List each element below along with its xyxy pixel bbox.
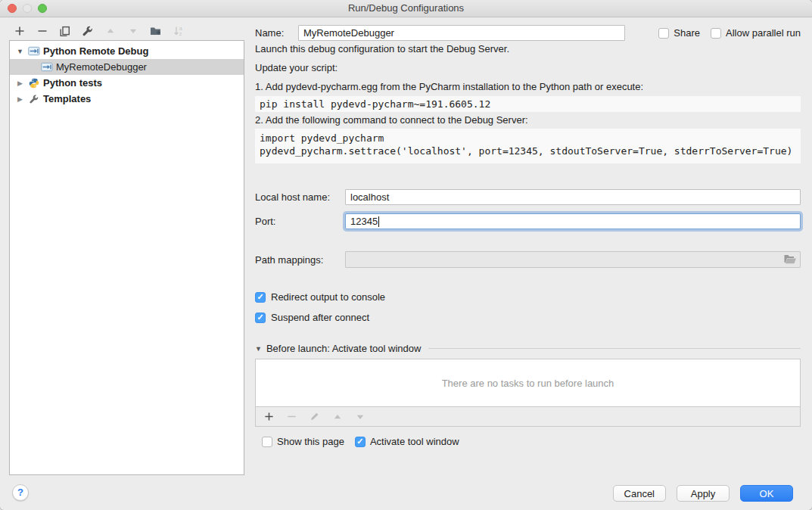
edit-task-button[interactable] — [308, 410, 321, 423]
arrow-up-icon — [106, 26, 115, 36]
chevron-down-icon[interactable]: ▼ — [16, 48, 24, 55]
show-this-page-checkbox-group[interactable]: Show this page — [262, 436, 344, 447]
dialog-buttons: Cancel Apply OK — [613, 485, 793, 502]
copy-configuration-button[interactable] — [58, 25, 71, 38]
allow-parallel-run-checkbox[interactable] — [711, 28, 721, 39]
chevron-right-icon[interactable]: ▶ — [16, 95, 24, 103]
description-line-2: Update your script: — [255, 62, 801, 74]
configurations-toolbar: az — [13, 23, 185, 39]
path-mappings-input[interactable] — [345, 251, 801, 268]
show-this-page-label: Show this page — [277, 436, 344, 447]
name-input[interactable] — [298, 25, 625, 41]
apply-button[interactable]: Apply — [677, 485, 730, 502]
tree-item-label: Templates — [43, 93, 91, 104]
settrace-code-block: import pydevd_pycharm pydevd_pycharm.set… — [255, 129, 801, 163]
step-1-text: 1. Add pydevd-pycharm.egg from the PyCha… — [255, 81, 801, 93]
code-line-2: pydevd_pycharm.settrace('localhost', por… — [260, 145, 792, 157]
svg-text:z: z — [179, 31, 182, 36]
top-checkboxes: Share Allow parallel run — [658, 27, 801, 39]
remote-debug-icon — [40, 61, 53, 73]
ok-button[interactable]: OK — [740, 485, 793, 502]
suspend-after-connect-label: Suspend after connect — [271, 312, 369, 323]
sort-az-icon: az — [173, 26, 184, 36]
port-value: 12345 — [350, 216, 378, 227]
minus-icon — [37, 26, 48, 36]
redirect-output-label: Redirect output to console — [271, 291, 385, 303]
before-launch-title: Before launch: Activate tool window — [266, 343, 422, 354]
tree-item-python-remote-debug[interactable]: ▼ Python Remote Debug — [10, 43, 244, 59]
path-mappings-label: Path mappings: — [255, 254, 345, 266]
tree-item-python-tests[interactable]: ▶ Python tests — [10, 75, 244, 91]
move-up-button[interactable] — [104, 25, 117, 38]
move-task-down-button[interactable] — [353, 410, 366, 423]
local-host-row: Local host name: — [255, 189, 801, 205]
code-line-1: import pydevd_pycharm — [260, 132, 384, 144]
plus-icon — [14, 26, 25, 36]
close-window-button[interactable] — [8, 4, 17, 13]
task-list-toolbar — [255, 407, 801, 427]
port-input[interactable]: 12345 — [345, 213, 801, 229]
remove-task-button[interactable] — [285, 410, 298, 423]
chevron-down-icon[interactable]: ▼ — [255, 345, 262, 353]
suspend-after-connect-checkbox-group[interactable]: ✓ Suspend after connect — [255, 312, 801, 323]
activate-tool-window-label: Activate tool window — [370, 436, 459, 447]
minus-icon — [287, 412, 297, 421]
empty-tasks-text: There are no tasks to run before launch — [442, 378, 614, 389]
suspend-after-connect-checkbox[interactable]: ✓ — [255, 313, 266, 323]
activate-tool-window-checkbox-group[interactable]: ✓ Activate tool window — [355, 436, 459, 447]
arrow-up-icon — [333, 412, 342, 421]
sort-configurations-button[interactable]: az — [172, 25, 185, 38]
page-options-row: Show this page ✓ Activate tool window — [255, 436, 801, 447]
browse-folder-button[interactable] — [783, 253, 797, 266]
add-configuration-button[interactable] — [13, 25, 26, 38]
move-task-up-button[interactable] — [331, 410, 344, 423]
activate-tool-window-checkbox[interactable]: ✓ — [355, 437, 366, 447]
remote-debug-icon — [27, 45, 40, 57]
folder-plus-icon — [150, 26, 162, 36]
share-checkbox[interactable] — [658, 28, 669, 39]
help-button[interactable]: ? — [12, 484, 29, 501]
new-folder-button[interactable] — [149, 25, 162, 38]
plus-icon — [264, 412, 274, 421]
local-host-name-label: Local host name: — [255, 191, 345, 203]
tree-item-label: MyRemoteDebugger — [56, 61, 147, 73]
open-folder-icon — [783, 253, 797, 264]
copy-icon — [59, 26, 70, 37]
tree-item-label: Python tests — [43, 77, 102, 89]
port-label: Port: — [255, 216, 345, 227]
local-host-name-input[interactable] — [345, 189, 801, 205]
minimize-window-button[interactable] — [23, 4, 32, 13]
arrow-down-icon — [356, 412, 365, 421]
before-launch-header[interactable]: ▼ Before launch: Activate tool window — [255, 343, 801, 354]
share-label: Share — [674, 27, 700, 39]
cancel-button[interactable]: Cancel — [613, 485, 666, 502]
add-task-button[interactable] — [263, 410, 275, 423]
before-launch-task-list[interactable]: There are no tasks to run before launch — [255, 359, 801, 407]
wrench-icon — [82, 25, 94, 37]
description-line-1: Launch this debug configuration to start… — [255, 43, 801, 55]
pencil-icon — [310, 412, 319, 421]
name-row: Name: Share Allow parallel run — [255, 25, 801, 41]
move-down-button[interactable] — [126, 25, 139, 38]
title-bar: Run/Debug Configurations — [0, 0, 812, 17]
arrow-down-icon — [129, 26, 138, 36]
tree-item-label: Python Remote Debug — [43, 45, 148, 57]
chevron-right-icon[interactable]: ▶ — [16, 79, 24, 87]
redirect-output-checkbox-group[interactable]: ✓ Redirect output to console — [255, 291, 801, 303]
text-caret — [378, 216, 379, 227]
step-2-text: 2. Add the following command to connect … — [255, 114, 801, 126]
remove-configuration-button[interactable] — [36, 25, 48, 38]
edit-defaults-button[interactable] — [81, 25, 94, 38]
traffic-lights — [8, 4, 47, 13]
show-this-page-checkbox[interactable] — [262, 437, 272, 447]
tree-item-myremotedebugger[interactable]: MyRemoteDebugger — [10, 59, 244, 75]
pip-install-command: pip install pydevd-pycharm~=191.6605.12 — [255, 96, 801, 112]
zoom-window-button[interactable] — [38, 4, 47, 13]
port-row: Port: 12345 — [255, 213, 801, 229]
allow-parallel-run-checkbox-group[interactable]: Allow parallel run — [711, 27, 801, 39]
svg-text:a: a — [179, 26, 182, 31]
redirect-output-checkbox[interactable]: ✓ — [255, 292, 266, 303]
header-divider — [428, 348, 801, 349]
share-checkbox-group[interactable]: Share — [658, 27, 700, 39]
tree-item-templates[interactable]: ▶ Templates — [10, 91, 244, 107]
